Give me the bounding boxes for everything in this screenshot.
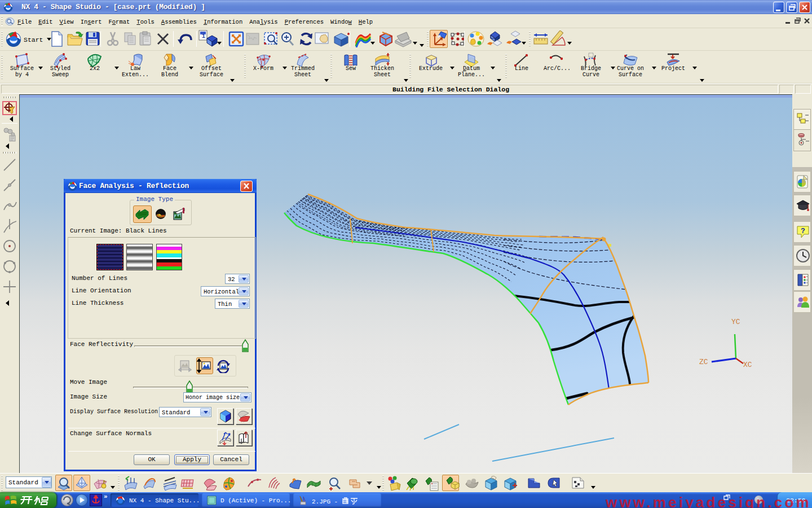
svg-text:XC: XC xyxy=(743,361,752,369)
svg-text:?: ? xyxy=(801,227,805,235)
svg-text:i: i xyxy=(202,33,205,40)
svg-text:YC: YC xyxy=(731,318,740,326)
svg-text:ZC: ZC xyxy=(699,358,708,366)
